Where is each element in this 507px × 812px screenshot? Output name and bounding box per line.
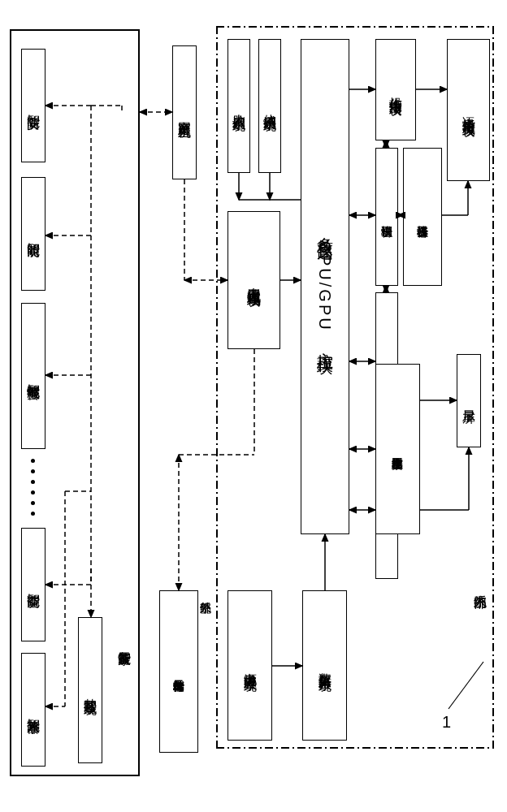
device-gas-alarm-label: 智能燃气报警 (25, 374, 42, 378)
voice-cmd-exec-label: 语音指令输出执行模块 (460, 106, 477, 114)
cpu-label: 多核高速 CPU/GPU 主控模块 (314, 224, 336, 348)
op-cmd-box: 操作指令输出模块 (375, 39, 416, 140)
device-other-label: 其它智能系统 (82, 688, 99, 693)
data-collect-box: 数据采集分析系统 (302, 590, 347, 741)
ellipsis-dots (31, 459, 35, 516)
wireless-comm-label: 内置无线通讯模块 (245, 277, 262, 283)
body-sensing-box: 体感识别系统 (258, 39, 281, 173)
device-aircon: 智能空调 (21, 528, 46, 641)
gateway-label: 家庭网关主机 (176, 110, 193, 115)
op-cmd-label: 操作指令输出模块 (388, 87, 405, 93)
device-gas-alarm: 智能燃气报警 (21, 303, 46, 449)
voice-cmd-exec-box: 语音指令输出执行模块 (447, 39, 490, 181)
info-display-box: 信息文字图像显示模块 (375, 364, 420, 534)
cloud-box: 云端云计算分析传输及储存 (159, 590, 198, 753)
device-security: 智能安防 (21, 49, 46, 162)
power-mgmt-box: 电源供应管理系统 (228, 590, 272, 741)
face-recognition-label: 人脸识别系统 (231, 104, 248, 109)
display-screen-label: 显示屏 (461, 400, 478, 402)
power-mgmt-label: 电源供应管理系统 (241, 663, 258, 669)
device-water-heater: 智能热水器 (21, 653, 46, 767)
cpu-box: 多核高速 CPU/GPU 主控模块 (301, 39, 349, 534)
wireless-comm-box: 内置无线通讯模块 (228, 211, 280, 349)
ref-1: 1 (442, 713, 451, 732)
display-screen-box: 显示屏 (457, 354, 481, 447)
body-sensing-label: 体感识别系统 (262, 104, 279, 109)
voice-sensor-box: 语音传感器模块 (403, 148, 442, 286)
voice-recog-box: 语音识别模块 (375, 148, 398, 286)
device-aircon-label: 智能空调 (25, 583, 42, 586)
face-recognition-box: 人脸识别系统 (228, 39, 250, 173)
data-collect-label: 数据采集分析系统 (316, 663, 333, 669)
device-other: 其它智能系统 (78, 617, 102, 763)
device-security-label: 智能安防 (25, 104, 42, 107)
gateway-box: 家庭网关主机 (172, 45, 197, 179)
device-lighting-label: 智能照明 (25, 232, 42, 235)
device-water-heater-label: 智能热水器 (25, 708, 42, 712)
device-lighting: 智能照明 (21, 177, 46, 291)
